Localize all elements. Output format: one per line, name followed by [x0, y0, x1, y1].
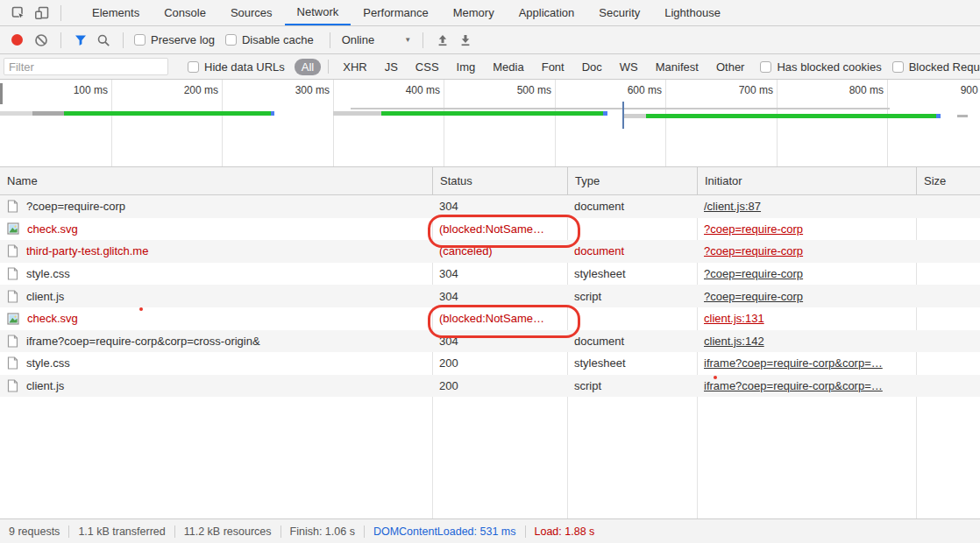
- timeline-tick-label: 400 ms: [361, 84, 440, 96]
- name-cell: third-party-test.glitch.me: [0, 240, 432, 263]
- tab-lighthouse[interactable]: Lighthouse: [652, 0, 733, 25]
- initiator-link[interactable]: ?coep=require-corp: [704, 267, 803, 280]
- divider: [60, 5, 61, 21]
- blocked-requests-checkbox[interactable]: Blocked Requests: [892, 60, 980, 74]
- tab-security[interactable]: Security: [586, 0, 652, 25]
- has-blocked-cookies-checkbox[interactable]: Has blocked cookies: [760, 60, 881, 74]
- table-row[interactable]: third-party-test.glitch.me(canceled)docu…: [0, 240, 980, 263]
- timeline-tick-label: 300 ms: [251, 84, 330, 96]
- filter-pill-xhr[interactable]: XHR: [336, 59, 373, 75]
- name-cell: check.svg: [0, 307, 432, 330]
- type-text: document: [574, 335, 624, 348]
- bar-segment: [333, 111, 381, 116]
- checkbox-box: [134, 34, 146, 46]
- preserve-log-checkbox[interactable]: Preserve log: [134, 33, 215, 46]
- type-cell: [574, 307, 697, 330]
- inspect-icon[interactable]: [7, 3, 30, 24]
- status-text: (canceled): [439, 244, 493, 257]
- document-icon: [7, 244, 18, 257]
- initiator-link[interactable]: ?coep=require-corp: [704, 290, 803, 303]
- column-header-size[interactable]: Size: [916, 167, 980, 194]
- initiator-link[interactable]: client.js:142: [704, 335, 764, 348]
- filter-pill-ws[interactable]: WS: [613, 59, 645, 75]
- status-cell: 304: [439, 330, 567, 353]
- tab-console[interactable]: Console: [152, 0, 218, 25]
- table-row[interactable]: iframe?coep=require-corp&corp=cross-orig…: [0, 330, 980, 353]
- timeline-tick-label: 700 ms: [694, 84, 773, 96]
- table-row[interactable]: check.svg(blocked:NotSame…client.js:131: [0, 307, 980, 330]
- record-button[interactable]: [11, 34, 23, 46]
- bar-segment: [351, 108, 890, 109]
- search-icon[interactable]: [92, 30, 115, 51]
- import-har-icon[interactable]: [431, 30, 454, 51]
- clear-icon[interactable]: [30, 30, 53, 51]
- type-cell: document: [574, 195, 697, 218]
- tab-elements[interactable]: Elements: [80, 0, 152, 25]
- table-row[interactable]: check.svg(blocked:NotSame…?coep=require-…: [0, 218, 980, 241]
- initiator-link[interactable]: ?coep=require-corp: [704, 222, 803, 236]
- main-tab-bar: ElementsConsoleSourcesNetworkPerformance…: [0, 0, 980, 26]
- table-row[interactable]: client.js304script?coep=require-corp: [0, 285, 980, 307]
- overview-waterfall-bar: [0, 111, 274, 116]
- name-cell: client.js: [0, 375, 432, 398]
- status-text: 304: [439, 200, 458, 213]
- name-cell: check.svg: [0, 218, 432, 241]
- column-header-initiator[interactable]: Initiator: [697, 167, 916, 194]
- status-text: 200: [439, 356, 458, 370]
- summary-item: Finish: 1.06 s: [281, 525, 364, 538]
- filter-pill-media[interactable]: Media: [486, 59, 530, 75]
- table-row[interactable]: style.css304stylesheet?coep=require-corp: [0, 263, 980, 286]
- table-row[interactable]: ?coep=require-corp304document/client.js:…: [0, 195, 980, 218]
- filter-pill-css[interactable]: CSS: [408, 59, 446, 75]
- throttling-select[interactable]: Online ▼: [342, 33, 412, 46]
- status-cell: 200: [439, 352, 567, 375]
- table-row[interactable]: style.css200stylesheetiframe?coep=requir…: [0, 352, 980, 375]
- initiator-cell: iframe?coep=require-corp&corp=…: [704, 375, 916, 398]
- initiator-link[interactable]: ?coep=require-corp: [704, 244, 803, 257]
- name-cell: client.js: [0, 285, 432, 307]
- disable-cache-checkbox[interactable]: Disable cache: [225, 33, 314, 46]
- column-header-type[interactable]: Type: [567, 167, 697, 194]
- initiator-link[interactable]: /client.js:87: [704, 200, 761, 213]
- document-icon: [7, 335, 18, 348]
- timeline-overview[interactable]: 100 ms200 ms300 ms400 ms500 ms600 ms700 …: [0, 80, 980, 167]
- initiator-link[interactable]: iframe?coep=require-corp&corp=…: [704, 379, 883, 392]
- status-text: 304: [439, 335, 458, 348]
- tab-network[interactable]: Network: [285, 0, 352, 25]
- timeline-tick-label: 200 ms: [139, 84, 218, 96]
- filter-pill-doc[interactable]: Doc: [575, 59, 609, 75]
- tab-memory[interactable]: Memory: [441, 0, 507, 25]
- filter-pill-img[interactable]: Img: [450, 59, 483, 75]
- document-icon: [7, 379, 18, 392]
- type-cell: document: [574, 330, 697, 353]
- name-cell: iframe?coep=require-corp&corp=cross-orig…: [0, 330, 432, 353]
- filter-pill-font[interactable]: Font: [535, 59, 572, 75]
- column-header-status[interactable]: Status: [432, 167, 567, 194]
- overview-waterfall-bar: [624, 114, 941, 118]
- type-text: document: [574, 244, 624, 257]
- disable-cache-label: Disable cache: [242, 33, 314, 46]
- status-cell: 304: [439, 263, 567, 286]
- divider: [328, 60, 329, 74]
- type-cell: script: [574, 285, 697, 307]
- filter-pill-other[interactable]: Other: [709, 59, 752, 75]
- table-row[interactable]: client.js200scriptiframe?coep=require-co…: [0, 375, 980, 398]
- filter-pill-all[interactable]: All: [295, 59, 321, 75]
- filter-funnel-icon[interactable]: [69, 30, 92, 51]
- hide-data-urls-checkbox[interactable]: Hide data URLs: [188, 60, 285, 74]
- document-icon: [7, 379, 18, 392]
- column-header-name[interactable]: Name: [0, 167, 432, 194]
- filter-pill-js[interactable]: JS: [378, 59, 405, 75]
- tab-sources[interactable]: Sources: [218, 0, 285, 25]
- device-toolbar-icon[interactable]: [30, 3, 53, 24]
- bar-segment: [381, 111, 603, 116]
- filter-input[interactable]: [4, 58, 168, 75]
- status-cell: (blocked:NotSame…: [439, 307, 567, 330]
- filter-pill-manifest[interactable]: Manifest: [649, 59, 706, 75]
- initiator-link[interactable]: client.js:131: [704, 312, 764, 325]
- summary-item: 11.2 kB resources: [175, 525, 281, 538]
- tab-performance[interactable]: Performance: [351, 0, 440, 25]
- initiator-link[interactable]: iframe?coep=require-corp&corp=…: [704, 356, 883, 370]
- export-har-icon[interactable]: [454, 30, 477, 51]
- tab-application[interactable]: Application: [507, 0, 587, 25]
